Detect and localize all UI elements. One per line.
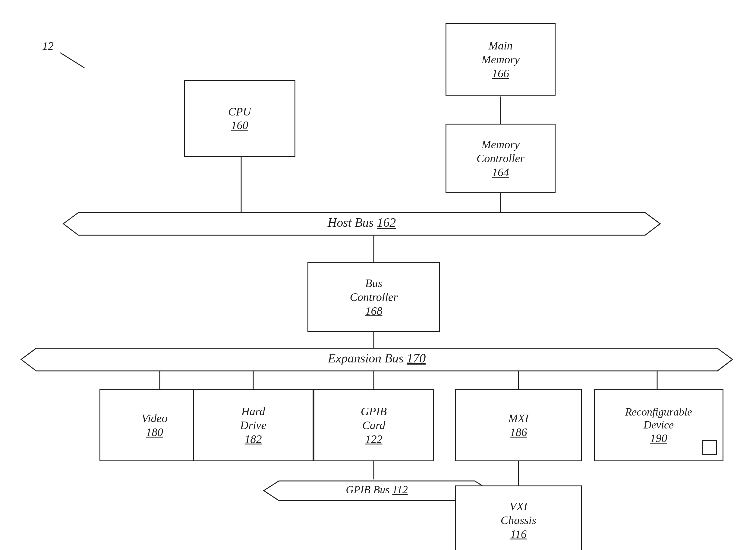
bus-controller-label: BusController bbox=[350, 277, 398, 304]
bus-controller-num: 168 bbox=[365, 304, 383, 318]
memory-controller-box: MemoryController 164 bbox=[446, 124, 556, 193]
hard-drive-num: 182 bbox=[245, 432, 262, 446]
svg-text:GPIB Bus 112: GPIB Bus 112 bbox=[346, 484, 408, 496]
video-label: Video bbox=[142, 412, 168, 426]
vxi-chassis-label: VXIChassis bbox=[501, 500, 536, 527]
bus-controller-box: BusController 168 bbox=[307, 262, 440, 332]
svg-text:Expansion Bus 170: Expansion Bus 170 bbox=[328, 351, 426, 365]
mxi-label: MXI bbox=[508, 412, 529, 426]
gpib-card-label: GPIBCard bbox=[361, 405, 387, 432]
reconfigurable-device-box: ReconfigurableDevice 190 bbox=[594, 389, 723, 461]
cpu-box: CPU 160 bbox=[184, 80, 295, 157]
video-num: 180 bbox=[146, 426, 163, 439]
mxi-num: 186 bbox=[510, 426, 527, 439]
vxi-chassis-box: VXIChassis 116 bbox=[455, 486, 582, 550]
mxi-box: MXI 186 bbox=[455, 389, 582, 461]
main-memory-label: MainMemory bbox=[481, 39, 520, 66]
host-bus-svg: Host Bus 162 bbox=[60, 211, 663, 237]
main-memory-box: MainMemory 166 bbox=[446, 23, 556, 96]
cpu-num: 160 bbox=[231, 118, 248, 132]
expansion-bus-svg: Expansion Bus 170 bbox=[18, 347, 736, 373]
main-memory-num: 166 bbox=[492, 67, 509, 80]
gpib-card-box: GPIBCard 122 bbox=[313, 389, 434, 461]
hard-drive-label: HardDrive bbox=[240, 405, 266, 432]
vxi-chassis-num: 116 bbox=[510, 527, 527, 541]
reconfigurable-device-num: 190 bbox=[650, 432, 667, 445]
ref-label: 12 bbox=[42, 39, 54, 52]
reconfigurable-device-label: ReconfigurableDevice bbox=[625, 406, 692, 432]
hard-drive-box: HardDrive 182 bbox=[193, 389, 313, 461]
cpu-label: CPU bbox=[228, 105, 251, 119]
memory-controller-label: MemoryController bbox=[477, 138, 524, 165]
diagram-container: 12 MainMemory 166 MemoryController 164 C… bbox=[0, 0, 756, 550]
gpib-card-num: 122 bbox=[365, 432, 383, 446]
memory-controller-num: 164 bbox=[492, 165, 509, 179]
svg-text:Host Bus 162: Host Bus 162 bbox=[327, 215, 396, 229]
svg-line-12 bbox=[60, 53, 84, 68]
